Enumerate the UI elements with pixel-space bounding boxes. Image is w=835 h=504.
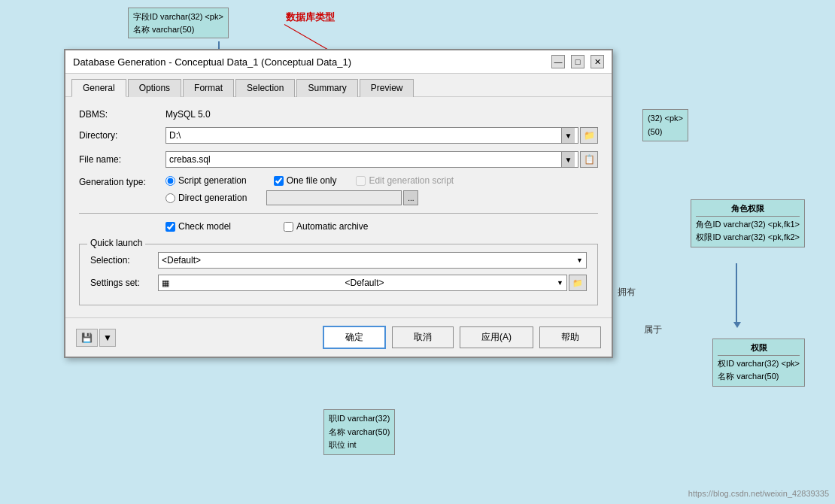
settings-icon: ▦	[162, 278, 169, 288]
tab-options[interactable]: Options	[128, 79, 181, 97]
label-belong: 属于	[644, 323, 662, 336]
tab-selection[interactable]: Selection	[235, 79, 295, 97]
generation-options: Script generation One file only Edit gen…	[165, 175, 454, 205]
check-model-label: Check model	[178, 221, 231, 232]
footer-save-btn[interactable]: 💾	[76, 329, 98, 347]
close-button[interactable]: ✕	[591, 55, 604, 68]
check-model-option[interactable]: Check model	[165, 221, 231, 232]
directory-input[interactable]: D:\ ▼	[165, 127, 578, 144]
script-radio[interactable]	[165, 176, 175, 186]
generation-type-label: Generation type:	[79, 175, 165, 187]
direct-radio[interactable]	[165, 193, 175, 203]
dialog-controls: — □ ✕	[551, 55, 604, 68]
entity-right2: 角色权限 角色ID varchar(32) <pk,fk1> 权限ID varc…	[691, 199, 805, 247]
annotation-db-type: 数据库类型	[286, 11, 335, 24]
settings-browse-btn[interactable]: 📁	[569, 275, 587, 291]
watermark: https://blog.csdn.net/weixin_42839335	[688, 489, 829, 498]
one-file-label: One file only	[287, 175, 337, 186]
browse-icon2: 📋	[584, 154, 595, 165]
filename-input[interactable]: crebas.sql ▼	[165, 151, 578, 168]
check-model-checkbox[interactable]	[165, 222, 175, 232]
dialog-titlebar: Database Generation - Conceptual Data_1 …	[65, 50, 612, 74]
browse-icon: 📁	[584, 130, 595, 141]
direct-radio-option[interactable]: Direct generation	[165, 193, 247, 203]
direct-browse-icon: ...	[408, 194, 414, 202]
entity-right1: (32) <pk> (50)	[642, 109, 688, 141]
one-file-option[interactable]: One file only	[274, 175, 337, 186]
settings-label: Settings set:	[90, 278, 158, 288]
help-button[interactable]: 帮助	[539, 326, 601, 348]
footer-left: 💾 ▼	[76, 329, 116, 347]
apply-button[interactable]: 应用(A)	[460, 326, 533, 348]
maximize-button[interactable]: □	[571, 55, 584, 68]
settings-browse-icon: 📁	[572, 278, 583, 288]
dbms-label: DBMS:	[79, 109, 165, 120]
directory-row: Directory: D:\ ▼ 📁	[79, 127, 598, 144]
cancel-button[interactable]: 取消	[392, 326, 454, 348]
selection-select[interactable]: <Default> ▼	[158, 252, 587, 269]
settings-row: Settings set: ▦ <Default> ▼ 📁	[90, 275, 587, 291]
selection-value: <Default>	[162, 255, 201, 266]
entity-bottom: 职ID varchar(32) 名称 varchar(50) 职位 int	[323, 409, 395, 455]
direct-label: Direct generation	[178, 193, 247, 203]
check-row: Check model Automatic archive	[79, 221, 598, 232]
entity-top: 字段ID varchar(32) <pk> 名称 varchar(50)	[128, 8, 229, 38]
dialog-content: DBMS: MySQL 5.0 Directory: D:\ ▼ 📁 File …	[65, 97, 612, 317]
label-possess: 拥有	[618, 286, 636, 299]
one-file-checkbox[interactable]	[274, 176, 284, 186]
arrow-right2-down	[736, 263, 737, 323]
filename-browse-btn[interactable]: 📋	[580, 151, 598, 168]
auto-archive-label: Automatic archive	[296, 221, 368, 232]
minimize-button[interactable]: —	[551, 55, 565, 68]
edit-script-label: Edit generation script	[369, 175, 454, 186]
dbms-value: MySQL 5.0	[165, 109, 211, 120]
filename-label: File name:	[79, 154, 165, 165]
dialog-title: Database Generation - Conceptual Data_1 …	[73, 56, 351, 68]
filename-row: File name: crebas.sql ▼ 📋	[79, 151, 598, 168]
script-generation-row: Script generation One file only Edit gen…	[165, 175, 454, 186]
footer-dropdown-btn[interactable]: ▼	[99, 329, 116, 347]
dropdown-icon: ▼	[103, 332, 112, 343]
selection-label: Selection:	[90, 255, 158, 266]
tab-preview[interactable]: Preview	[360, 79, 414, 97]
tab-format[interactable]: Format	[183, 79, 234, 97]
tab-summary[interactable]: Summary	[296, 79, 357, 97]
tab-bar: General Options Format Selection Summary…	[65, 74, 612, 97]
directory-input-group: D:\ ▼ 📁	[165, 127, 598, 144]
confirm-button[interactable]: 确定	[323, 326, 386, 349]
directory-browse-btn[interactable]: 📁	[580, 127, 598, 144]
entity-right3: 权限 权ID varchar(32) <pk> 名称 varchar(50)	[712, 339, 805, 387]
quick-launch-title: Quick launch	[87, 238, 145, 248]
dialog-footer: 💾 ▼ 确定 取消 应用(A) 帮助	[65, 317, 612, 357]
directory-value: D:\	[169, 130, 181, 141]
separator1	[79, 213, 598, 214]
directory-label: Directory:	[79, 130, 165, 141]
filename-input-group: crebas.sql ▼ 📋	[165, 151, 598, 168]
settings-arrow-icon: ▼	[557, 279, 563, 287]
quick-launch-group: Quick launch Selection: <Default> ▼ Sett…	[79, 244, 598, 305]
dialog: Database Generation - Conceptual Data_1 …	[64, 49, 613, 358]
selection-row: Selection: <Default> ▼	[90, 252, 587, 269]
save-icon: 💾	[81, 332, 93, 343]
auto-archive-checkbox[interactable]	[284, 222, 293, 232]
edit-script-option: Edit generation script	[356, 175, 454, 186]
selection-arrow-icon: ▼	[576, 257, 583, 264]
directory-dropdown-btn[interactable]: ▼	[561, 128, 575, 143]
filename-value: crebas.sql	[169, 154, 211, 165]
script-radio-option[interactable]: Script generation	[165, 175, 247, 186]
tab-general[interactable]: General	[71, 79, 126, 97]
filename-dropdown-btn[interactable]: ▼	[561, 152, 575, 167]
settings-select[interactable]: ▦ <Default> ▼	[158, 275, 567, 291]
script-label: Script generation	[178, 175, 247, 186]
direct-browse-btn[interactable]: ...	[403, 190, 418, 205]
direct-generation-row: Direct generation ...	[165, 190, 454, 205]
settings-value: <Default>	[345, 278, 384, 288]
edit-script-checkbox	[356, 176, 366, 186]
generation-type-row: Generation type: Script generation One f…	[79, 175, 598, 205]
auto-archive-option[interactable]: Automatic archive	[284, 221, 368, 232]
dbms-row: DBMS: MySQL 5.0	[79, 109, 598, 120]
arrowhead2	[733, 322, 741, 328]
direct-connection-input[interactable]	[266, 190, 402, 205]
